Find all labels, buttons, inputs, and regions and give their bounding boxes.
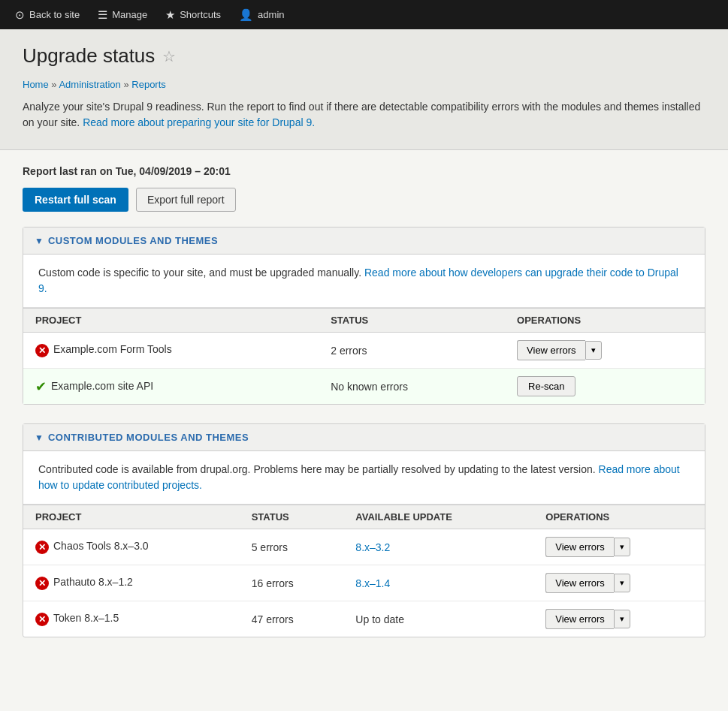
- op-btn-group: View errors ▾: [517, 340, 693, 360]
- view-errors-button[interactable]: View errors: [517, 340, 585, 360]
- menu-icon: ☰: [98, 8, 107, 22]
- restart-scan-button[interactable]: Restart full scan: [23, 188, 128, 212]
- op-dropdown-button[interactable]: ▾: [585, 341, 602, 360]
- project-cell: ✕Chaos Tools 8.x–3.0: [23, 529, 240, 565]
- op-dropdown-button[interactable]: ▾: [614, 574, 630, 592]
- table-row: ✕Token 8.x–1.5 47 errors Up to date View…: [23, 601, 705, 637]
- custom-section-header: ▼ CUSTOM MODULES AND THEMES: [23, 227, 705, 255]
- custom-section: ▼ CUSTOM MODULES AND THEMES Custom code …: [23, 227, 705, 405]
- op-dropdown-button[interactable]: ▾: [614, 610, 630, 628]
- status-cell: 2 errors: [319, 333, 505, 369]
- collapse-custom-icon[interactable]: ▼: [35, 236, 44, 246]
- person-icon: 👤: [239, 8, 253, 22]
- status-cell: 5 errors: [240, 529, 344, 565]
- custom-table: PROJECT STATUS OPERATIONS ✕Example.com F…: [23, 308, 705, 404]
- admin-link[interactable]: 👤 admin: [231, 0, 292, 29]
- update-cell: Up to date: [343, 601, 533, 637]
- action-buttons: Restart full scan Export full report: [23, 188, 705, 212]
- project-cell: ✕Example.com Form Tools: [23, 333, 319, 369]
- collapse-contrib-icon[interactable]: ▼: [35, 432, 44, 443]
- op-dropdown-button[interactable]: ▾: [614, 538, 630, 556]
- project-cell: ✕Pathauto 8.x–1.2: [23, 565, 240, 601]
- view-errors-button[interactable]: View errors: [545, 573, 614, 593]
- update-cell: 8.x–3.2: [343, 529, 533, 565]
- view-errors-button[interactable]: View errors: [545, 609, 614, 629]
- page-title: Upgrade status ☆: [23, 44, 705, 68]
- shortcuts-link[interactable]: ★ Shortcuts: [158, 0, 228, 29]
- manage-link[interactable]: ☰ Manage: [90, 0, 155, 29]
- contrib-col-status: STATUS: [240, 505, 344, 529]
- shortcuts-label: Shortcuts: [180, 9, 221, 20]
- view-errors-button[interactable]: View errors: [545, 537, 614, 557]
- project-name: Token 8.x–1.5: [53, 612, 119, 624]
- status-cell: 47 errors: [240, 601, 344, 637]
- op-btn-group: View errors ▾: [545, 573, 693, 593]
- project-cell: ✔Example.com site API: [23, 369, 319, 405]
- table-row: ✔Example.com site API No known errors Re…: [23, 369, 705, 405]
- custom-section-desc: Custom code is specific to your site, an…: [23, 255, 705, 308]
- operations-cell: View errors ▾: [505, 333, 705, 369]
- favorite-icon[interactable]: ☆: [162, 47, 176, 65]
- custom-section-title: CUSTOM MODULES AND THEMES: [48, 235, 218, 246]
- contrib-col-project: PROJECT: [23, 505, 240, 529]
- error-icon: ✕: [35, 613, 49, 626]
- back-label: Back to site: [29, 9, 80, 20]
- table-row: ✕Example.com Form Tools 2 errors View er…: [23, 333, 705, 369]
- operations-cell: View errors ▾: [533, 565, 705, 601]
- contrib-table: PROJECT STATUS AVAILABLE UPDATE OPERATIO…: [23, 505, 705, 637]
- contrib-section-desc: Contributed code is available from drupa…: [23, 451, 705, 505]
- ok-icon: ✔: [35, 378, 47, 395]
- update-link[interactable]: 8.x–1.4: [355, 577, 390, 589]
- status-cell: 16 errors: [240, 565, 344, 601]
- star-nav-icon: ★: [165, 8, 175, 22]
- custom-col-project: PROJECT: [23, 309, 319, 333]
- custom-col-operations: OPERATIONS: [505, 309, 705, 333]
- manage-label: Manage: [112, 9, 147, 20]
- update-status: Up to date: [355, 613, 404, 625]
- error-icon: ✕: [35, 541, 49, 554]
- breadcrumb: Home » Administration » Reports: [23, 79, 705, 90]
- project-name: Example.com Form Tools: [53, 343, 172, 355]
- drupal9-readiness-link[interactable]: Read more about preparing your site for …: [83, 116, 315, 128]
- topbar: ⊙ Back to site ☰ Manage ★ Shortcuts 👤 ad…: [0, 0, 728, 29]
- breadcrumb-reports[interactable]: Reports: [131, 79, 166, 90]
- error-icon: ✕: [35, 577, 49, 590]
- project-name: Example.com site API: [51, 379, 153, 391]
- custom-col-status: STATUS: [319, 309, 505, 333]
- op-btn-group: View errors ▾: [545, 609, 693, 629]
- export-report-button[interactable]: Export full report: [136, 188, 236, 212]
- table-row: ✕Pathauto 8.x–1.2 16 errors 8.x–1.4 View…: [23, 565, 705, 601]
- contrib-section-header: ▼ CONTRIBUTED MODULES AND THEMES: [23, 424, 705, 451]
- breadcrumb-admin[interactable]: Administration: [59, 79, 120, 90]
- contrib-section: ▼ CONTRIBUTED MODULES AND THEMES Contrib…: [23, 423, 705, 637]
- breadcrumb-home[interactable]: Home: [23, 79, 49, 90]
- operations-cell: Re-scan: [505, 369, 705, 405]
- contrib-col-available-update: AVAILABLE UPDATE: [343, 505, 533, 529]
- project-name: Chaos Tools 8.x–3.0: [53, 540, 149, 552]
- operations-cell: View errors ▾: [533, 529, 705, 565]
- admin-label: admin: [258, 9, 284, 20]
- rescan-button[interactable]: Re-scan: [517, 376, 575, 396]
- operations-cell: View errors ▾: [533, 601, 705, 637]
- update-cell: 8.x–1.4: [343, 565, 533, 601]
- update-link[interactable]: 8.x–3.2: [355, 541, 390, 553]
- contrib-section-title: CONTRIBUTED MODULES AND THEMES: [48, 432, 249, 443]
- error-icon: ✕: [35, 344, 49, 357]
- op-btn-group: View errors ▾: [545, 537, 693, 557]
- contrib-col-operations: OPERATIONS: [533, 505, 705, 529]
- project-name: Pathauto 8.x–1.2: [53, 576, 133, 588]
- back-to-site-link[interactable]: ⊙ Back to site: [8, 0, 87, 29]
- page-header: Upgrade status ☆ Home » Administration »…: [0, 29, 728, 150]
- status-cell: No known errors: [319, 369, 505, 405]
- table-row: ✕Chaos Tools 8.x–3.0 5 errors 8.x–3.2 Vi…: [23, 529, 705, 565]
- page-description: Analyze your site's Drupal 9 readiness. …: [23, 99, 705, 131]
- back-icon: ⊙: [15, 8, 25, 22]
- project-cell: ✕Token 8.x–1.5: [23, 601, 240, 637]
- report-meta: Report last ran on Tue, 04/09/2019 – 20:…: [23, 165, 705, 177]
- main-content: Report last ran on Tue, 04/09/2019 – 20:…: [0, 150, 728, 671]
